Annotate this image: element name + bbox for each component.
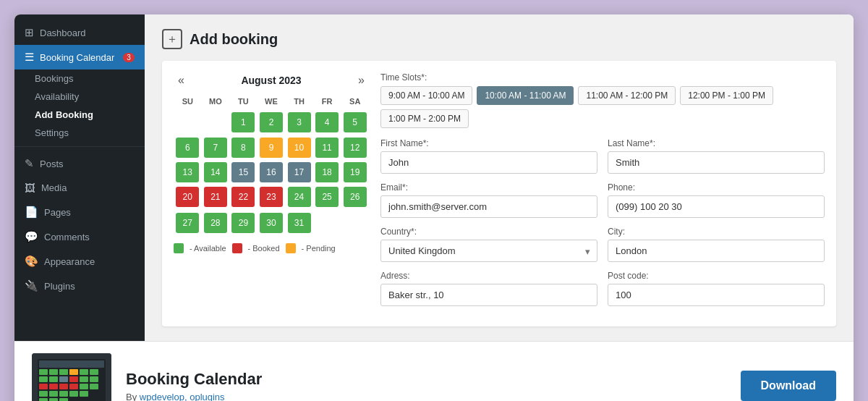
country-select[interactable]: United Kingdom United States Germany Fra… [380, 240, 597, 262]
cal-day-28[interactable]: 28 [204, 213, 227, 233]
address-label: Adress: [380, 271, 597, 281]
last-name-input[interactable] [608, 151, 825, 174]
svg-rect-28 [59, 398, 68, 401]
address-input[interactable] [380, 284, 597, 306]
postcode-input[interactable] [608, 284, 825, 306]
cal-day-21[interactable]: 21 [204, 187, 227, 207]
table-row: 10 [285, 135, 313, 160]
cal-day-16[interactable]: 16 [260, 162, 283, 182]
next-month-button[interactable]: » [354, 72, 369, 88]
cal-day-3[interactable]: 3 [288, 112, 311, 132]
cal-day-22[interactable]: 22 [231, 187, 255, 207]
svg-rect-13 [80, 376, 88, 382]
plugin-thumbnail-svg [32, 353, 111, 401]
email-input[interactable] [380, 195, 597, 218]
table-row: 2 [258, 109, 286, 135]
cal-day-18[interactable]: 18 [315, 162, 339, 182]
table-row: 6 [174, 135, 202, 160]
cal-day-17[interactable]: 17 [288, 162, 311, 182]
col-fr: FR [313, 94, 341, 109]
time-slot-2[interactable]: 11:00 AM - 12:00 PM [578, 86, 676, 105]
cal-day-1[interactable]: 1 [231, 112, 255, 132]
svg-rect-7 [80, 369, 88, 375]
cal-day-26[interactable]: 26 [344, 187, 367, 207]
svg-rect-12 [69, 376, 78, 382]
cal-day-13[interactable]: 13 [176, 162, 199, 182]
cal-day-15[interactable]: 15 [231, 162, 255, 182]
last-name-label: Last Name*: [608, 138, 825, 148]
cal-day-14[interactable]: 14 [204, 162, 227, 182]
table-row: 7 [202, 135, 230, 160]
svg-rect-25 [80, 391, 88, 397]
city-input[interactable] [608, 240, 825, 262]
cal-day-9[interactable]: 9 [260, 138, 283, 158]
cal-day-30[interactable]: 30 [260, 213, 283, 233]
col-mo: MO [202, 94, 230, 109]
time-slot-1[interactable]: 10:00 AM - 11:00 AM [477, 86, 574, 105]
cal-day-5[interactable]: 5 [344, 112, 367, 132]
dashboard-icon: ⊞ [25, 26, 34, 39]
cal-day-31[interactable]: 31 [288, 213, 311, 233]
table-row: 8 [229, 135, 258, 160]
country-select-wrap: United Kingdom United States Germany Fra… [380, 240, 597, 262]
svg-rect-14 [90, 376, 98, 382]
sidebar-item-posts[interactable]: ✎ Posts [14, 151, 145, 176]
cal-day-27[interactable]: 27 [176, 213, 199, 233]
sidebar-item-media[interactable]: 🖼 Media [14, 176, 145, 200]
sidebar-item-dashboard[interactable]: ⊞ Dashboard [14, 20, 145, 45]
email-label: Email*: [380, 182, 597, 193]
phone-input[interactable] [608, 195, 825, 218]
sidebar-item-plugins[interactable]: 🔌 Plugins [14, 274, 145, 298]
first-name-input[interactable] [380, 151, 597, 174]
svg-rect-3 [39, 369, 48, 375]
cal-day-25[interactable]: 25 [315, 187, 339, 207]
sidebar-sub-bookings[interactable]: Bookings [14, 69, 145, 88]
sidebar-item-comments[interactable]: 💬 Comments [14, 224, 145, 249]
time-slot-4[interactable]: 1:00 PM - 2:00 PM [380, 109, 469, 128]
cal-day-6[interactable]: 6 [176, 138, 199, 158]
sidebar-sub-availability[interactable]: Availability [14, 88, 145, 106]
table-row: 27 [174, 209, 202, 236]
time-slot-0[interactable]: 9:00 AM - 10:00 AM [380, 86, 472, 105]
sidebar-sub-settings[interactable]: Settings [14, 124, 145, 142]
booking-form: Time Slots*: 9:00 AM - 10:00 AM10:00 AM … [380, 72, 825, 315]
download-button[interactable]: Download [741, 371, 836, 401]
table-row: 15 [229, 160, 258, 185]
cal-day-4[interactable]: 4 [315, 112, 339, 132]
main-content: ＋ Add booking « August 2023 » SU [145, 14, 854, 341]
table-row [341, 209, 369, 236]
cal-day-19[interactable]: 19 [344, 162, 367, 182]
sidebar-item-pages[interactable]: 📄 Pages [14, 200, 145, 224]
plugin-thumbnail [32, 353, 111, 401]
cal-day-29[interactable]: 29 [231, 213, 255, 233]
svg-rect-17 [59, 384, 68, 389]
plugin-authors-link[interactable]: wpdevelop, oplugins [140, 392, 225, 402]
table-row: 9 [258, 135, 286, 160]
cal-day-11[interactable]: 11 [315, 138, 339, 158]
email-group: Email*: [380, 182, 597, 218]
table-row: 19 [341, 160, 369, 185]
add-booking-icon: ＋ [162, 29, 182, 49]
sidebar-sub-add-booking[interactable]: Add Booking [14, 106, 145, 124]
table-row: 28 [202, 209, 230, 236]
cal-day-8[interactable]: 8 [231, 138, 255, 158]
cal-day-23[interactable]: 23 [260, 187, 283, 207]
col-we: WE [258, 94, 286, 109]
cal-day-7[interactable]: 7 [204, 138, 227, 158]
table-row: 5 [341, 109, 369, 135]
sidebar-item-booking-calendar[interactable]: ☰ Booking Calendar 3 [14, 45, 145, 69]
svg-rect-4 [49, 369, 58, 375]
address-postcode-row: Adress: Post code: [380, 271, 825, 306]
prev-month-button[interactable]: « [174, 72, 189, 88]
cal-day-10[interactable]: 10 [288, 138, 311, 158]
table-row: 13 [174, 160, 202, 185]
phone-label: Phone: [608, 182, 825, 193]
cal-day-12[interactable]: 12 [344, 138, 367, 158]
sidebar-item-appearance[interactable]: 🎨 Appearance [14, 249, 145, 274]
pages-icon: 📄 [25, 206, 38, 219]
table-row: 1 [229, 109, 258, 135]
cal-day-20[interactable]: 20 [176, 187, 199, 207]
cal-day-2[interactable]: 2 [260, 112, 283, 132]
time-slot-3[interactable]: 12:00 PM - 1:00 PM [680, 86, 773, 105]
cal-day-24[interactable]: 24 [288, 187, 311, 207]
